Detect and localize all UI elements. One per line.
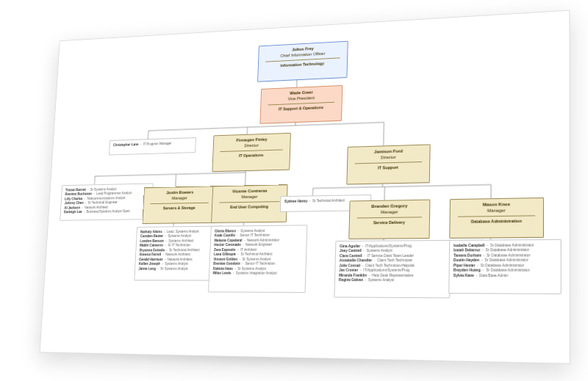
department: Database Administration bbox=[455, 218, 539, 225]
staff-row: Jaime Lang - Sr Systems Analyst bbox=[138, 266, 217, 271]
staff-row: Sylvia Kane - Data Base Admin bbox=[453, 274, 557, 279]
department: IT Operations bbox=[217, 152, 285, 159]
node-service-deliv: Branden GregoryManagerService Delivery bbox=[348, 200, 430, 239]
node-end-user: Vicente ContrerasManagerEnd User Computi… bbox=[211, 184, 287, 223]
node-dba: Mason KnoxManagerDatabase Administration bbox=[449, 197, 544, 239]
person-role: Director bbox=[352, 153, 425, 161]
person-role: Manager bbox=[148, 195, 212, 202]
svg-line-8 bbox=[95, 176, 96, 184]
staff-row: Miles Lewis - Systems Integration Analys… bbox=[213, 272, 302, 277]
staff-row: Regina Galvan - Systems Analyst bbox=[339, 278, 446, 283]
svg-line-7 bbox=[95, 173, 245, 176]
person-role: Director bbox=[218, 142, 286, 149]
department: Servers & Storage bbox=[148, 206, 212, 211]
department: IT Support bbox=[352, 164, 425, 171]
node-it-operations: Finnegan FinleyDirectorIT Operations bbox=[212, 133, 291, 172]
staff-row: Darleigh Lee - Business/Systems Analyst … bbox=[64, 209, 148, 215]
node-program-mgr: Christopher Lane - IT Program Manager bbox=[109, 137, 196, 155]
person-role: Manager bbox=[354, 208, 425, 215]
svg-line-12 bbox=[313, 185, 491, 189]
department: Service Delivery bbox=[354, 219, 425, 225]
list-it-operations: Tristan Barrett - Sr Systems AnalystBren… bbox=[60, 183, 153, 220]
node-cio: Julius FreyChief Information OfficerInfo… bbox=[257, 41, 348, 82]
node-servers: Justin BowersManagerServers & Storage bbox=[142, 186, 216, 224]
svg-line-9 bbox=[176, 174, 176, 186]
staff-row: Christopher Lane - IT Program Manager bbox=[113, 141, 193, 148]
person-role: Manager bbox=[217, 194, 283, 200]
node-it-support: Jamison FordDirectorIT Support bbox=[346, 144, 430, 184]
list-service-deliv: Gina Aguilar - IT/Applications/Systems/P… bbox=[334, 240, 451, 298]
list-dba: Isabelle Campbell - Sr Database Administ… bbox=[448, 239, 562, 294]
person-role: Manager bbox=[455, 207, 539, 214]
svg-line-10 bbox=[245, 173, 245, 185]
node-vp: Wade GreerVice PresidentIT Support & Ope… bbox=[259, 85, 343, 124]
department: IT Support & Operations bbox=[265, 104, 337, 112]
department: End User Computing bbox=[216, 204, 282, 210]
list-end-user: Gloria Blanco - Systems AnalystKade Cast… bbox=[208, 225, 307, 293]
svg-line-5 bbox=[384, 123, 384, 146]
